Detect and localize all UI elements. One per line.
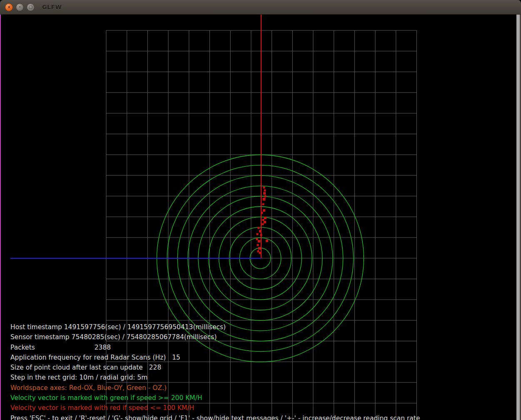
glfw-window: ✕ – ▢ GLFW Host timestamp 1491597756(sec… <box>0 0 521 420</box>
hud-line: Application frequency for read Radar Sca… <box>10 352 420 362</box>
hud-line: Size of point cloud after last scan upda… <box>10 362 420 372</box>
radar-point <box>263 198 266 201</box>
hud-line: Press 'ESC' - to exit / 'R'-reset / 'G'-… <box>10 413 420 420</box>
hud-line: Packets 2388 <box>10 342 420 352</box>
radar-viewport[interactable]: Host timestamp 1491597756(sec) / 1491597… <box>0 15 521 420</box>
hud-line: Worldspace axes: Red-OX, Blue-OY, Green … <box>10 383 420 393</box>
radar-point <box>258 227 260 229</box>
radar-point <box>258 247 261 250</box>
maximize-icon: ▢ <box>29 5 32 9</box>
right-edge-strip <box>516 15 521 420</box>
radar-point <box>264 195 267 198</box>
close-icon: ✕ <box>7 5 11 10</box>
radar-point <box>262 203 264 205</box>
hud-line: Velocity vector is marked with red if sp… <box>10 403 420 413</box>
hud-line: Velocity vector is marked with green if … <box>10 393 420 403</box>
hud-line: Sensor timestamp 75480285(sec) / 7548028… <box>10 332 420 342</box>
radar-point <box>258 240 260 242</box>
titlebar[interactable]: ✕ – ▢ GLFW <box>0 0 521 15</box>
radar-point <box>263 187 265 189</box>
radar-point <box>256 238 258 240</box>
radar-point <box>266 240 268 242</box>
radar-point <box>261 212 263 214</box>
radar-point <box>257 233 259 235</box>
radar-point <box>260 234 262 236</box>
minimize-button[interactable]: – <box>16 3 24 11</box>
minimize-icon: – <box>19 5 21 9</box>
radar-point <box>263 209 265 212</box>
hud-text: Host timestamp 1491597756(sec) / 1491597… <box>10 322 420 420</box>
radar-point <box>264 221 266 223</box>
radar-point <box>259 252 261 254</box>
radar-point <box>264 190 266 192</box>
left-edge-line <box>0 15 1 420</box>
radar-point <box>263 192 266 195</box>
radar-point <box>262 219 264 221</box>
hud-line: Host timestamp 1491597756(sec) / 1491597… <box>10 322 420 332</box>
hud-line: Step in the rect grid: 10m / radial grid… <box>10 372 420 382</box>
maximize-button[interactable]: ▢ <box>27 3 35 11</box>
window-title: GLFW <box>42 4 62 10</box>
radar-point <box>264 217 267 219</box>
radar-point <box>262 223 264 225</box>
radar-point <box>259 230 262 232</box>
close-button[interactable]: ✕ <box>5 3 13 11</box>
radar-point <box>257 244 259 246</box>
